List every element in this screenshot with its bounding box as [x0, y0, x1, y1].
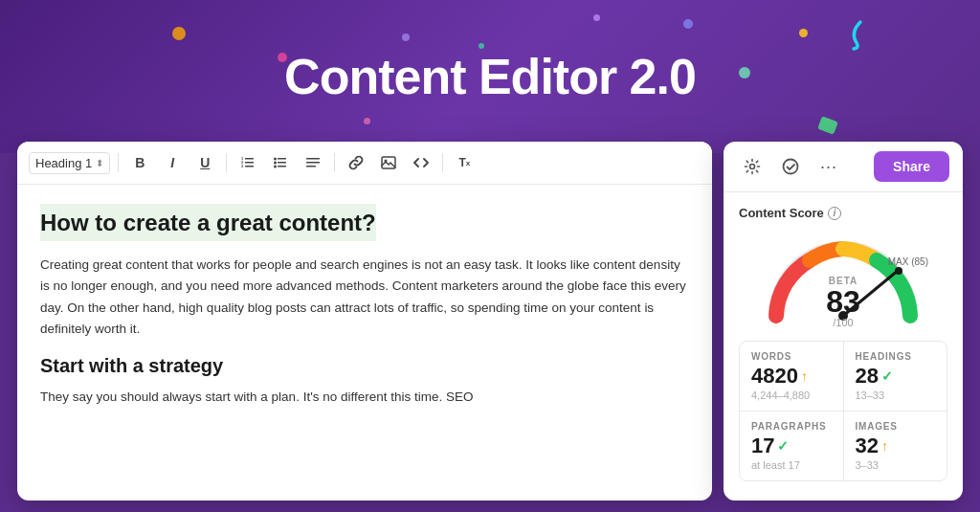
svg-point-18: [784, 160, 798, 174]
more-options-button[interactable]: ···: [813, 151, 844, 182]
heading-select-arrow: ⬍: [96, 158, 103, 168]
settings-button[interactable]: [737, 151, 768, 182]
content-heading-2: Start with a strategy: [40, 355, 689, 377]
hero-title: Content Editor 2.0: [284, 48, 696, 105]
content-paragraph-1: Creating great content that works for pe…: [40, 255, 689, 340]
svg-rect-11: [278, 166, 286, 167]
toolbar-divider-4: [442, 153, 443, 172]
content-score-label: Content Score i: [739, 206, 947, 220]
link-button[interactable]: [343, 149, 369, 176]
stat-images: IMAGES 32 ↑ 3–33: [844, 412, 947, 480]
info-icon[interactable]: i: [828, 207, 841, 220]
svg-point-8: [274, 162, 277, 165]
toolbar-divider-3: [334, 153, 335, 172]
editor-panel: Heading 1 ⬍ B I U 123: [17, 142, 712, 501]
decor-dot-6: [364, 118, 370, 124]
svg-rect-0: [245, 158, 254, 160]
stat-images-value: 32 ↑: [856, 434, 936, 458]
headings-check: ✓: [881, 368, 893, 384]
svg-rect-12: [306, 158, 320, 160]
main-container: Heading 1 ⬍ B I U 123: [17, 142, 963, 501]
decor-shape-1: [817, 116, 838, 134]
hero-section: Content Editor 2.0: [0, 0, 980, 153]
svg-point-10: [274, 166, 277, 168]
align-button[interactable]: [300, 149, 326, 176]
content-score-text: Content Score: [739, 206, 824, 220]
decor-dot-5: [799, 29, 808, 37]
stat-words: WORDS 4820 ↑ 4,244–4,880: [740, 342, 843, 411]
svg-point-21: [895, 267, 902, 275]
svg-rect-7: [278, 158, 286, 160]
heading-select-label: Heading 1: [35, 156, 92, 170]
stat-headings-label: HEADINGS: [856, 351, 936, 362]
decor-dot-9: [593, 14, 600, 21]
sidebar-panel: ··· Share Content Score i: [724, 142, 963, 501]
code-button[interactable]: [408, 149, 434, 176]
italic-button[interactable]: I: [159, 149, 186, 176]
clear-format-button[interactable]: Tx: [451, 149, 478, 176]
content-paragraph-2: They say you should always start with a …: [40, 387, 689, 408]
stat-images-range: 3–33: [856, 459, 936, 471]
sidebar-content: Content Score i: [724, 192, 963, 501]
words-arrow-up: ↑: [801, 368, 808, 384]
stat-headings-range: 13–33: [856, 390, 936, 401]
svg-rect-9: [278, 162, 286, 164]
teal-squiggle-icon: [827, 17, 865, 51]
gauge-center: BETA 83 /100: [826, 276, 860, 328]
svg-rect-13: [306, 162, 320, 164]
images-arrow-up: ↑: [881, 438, 888, 454]
stat-paragraphs-label: PARAGRAPHS: [751, 421, 832, 432]
svg-point-6: [274, 158, 277, 161]
stat-headings: HEADINGS 28 ✓ 13–33: [844, 342, 947, 411]
stat-headings-value: 28 ✓: [856, 364, 936, 389]
paragraphs-check: ✓: [777, 438, 789, 454]
check-button[interactable]: [775, 151, 806, 182]
stat-words-range: 4,244–4,880: [751, 390, 832, 401]
svg-rect-14: [306, 166, 316, 167]
sidebar-toolbar: ··· Share: [724, 142, 963, 192]
gauge-max-display: MAX (85): [888, 256, 928, 267]
svg-rect-2: [245, 166, 254, 167]
stat-paragraphs-range: at least 17: [751, 459, 832, 471]
decor-dot-7: [683, 19, 693, 29]
editor-content[interactable]: How to create a great content? Creating …: [17, 185, 712, 501]
content-heading-1: How to create a great content?: [40, 204, 376, 241]
bold-button[interactable]: B: [126, 149, 153, 176]
stats-grid: WORDS 4820 ↑ 4,244–4,880 HEADINGS 28 ✓ 1…: [739, 341, 947, 481]
unordered-list-button[interactable]: [267, 149, 294, 176]
stat-paragraphs: PARAGRAPHS 17 ✓ at least 17: [740, 412, 843, 480]
image-button[interactable]: [375, 149, 402, 176]
underline-button[interactable]: U: [191, 149, 218, 176]
stat-words-label: WORDS: [751, 351, 832, 362]
stat-paragraphs-value: 17 ✓: [751, 434, 832, 458]
editor-toolbar: Heading 1 ⬍ B I U 123: [17, 142, 712, 185]
decor-dot-1: [172, 27, 186, 40]
decor-dot-3: [402, 33, 410, 41]
toolbar-divider-1: [118, 153, 119, 172]
svg-text:3: 3: [241, 164, 244, 168]
gauge-container: BETA 83 /100 MAX (85): [739, 230, 947, 325]
share-button[interactable]: Share: [874, 151, 949, 182]
ordered-list-button[interactable]: 123: [234, 149, 261, 176]
heading-select[interactable]: Heading 1 ⬍: [29, 152, 110, 174]
gauge-score-value: 83: [826, 286, 860, 317]
svg-point-17: [750, 165, 755, 169]
toolbar-divider-2: [226, 153, 227, 172]
stat-images-label: IMAGES: [856, 421, 936, 432]
stat-words-value: 4820 ↑: [751, 364, 832, 389]
decor-dot-4: [739, 67, 750, 78]
svg-rect-1: [245, 162, 254, 164]
